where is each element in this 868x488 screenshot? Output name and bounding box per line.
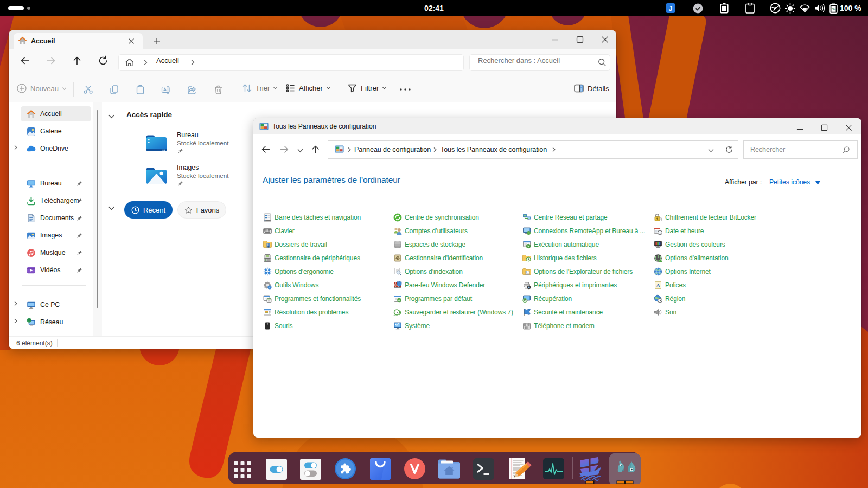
- svg-text:A: A: [656, 282, 660, 288]
- svg-text:%: %: [832, 7, 835, 11]
- svg-text:J: J: [669, 5, 673, 12]
